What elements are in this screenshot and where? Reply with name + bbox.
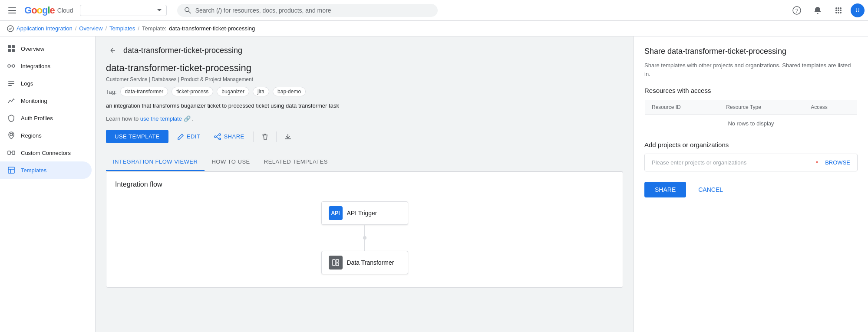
learn-how-text: Learn how to xyxy=(106,115,139,122)
col-resource-id: Resource ID xyxy=(645,100,719,115)
sidebar-label-overview: Overview xyxy=(21,46,44,52)
sidebar-item-overview[interactable]: Overview xyxy=(0,40,92,57)
svg-point-27 xyxy=(10,133,13,136)
back-button[interactable] xyxy=(106,43,120,57)
svg-rect-0 xyxy=(8,7,16,8)
flow-node-data-transformer: Data Transformer xyxy=(321,251,408,274)
flow-node-api-trigger: API API Trigger xyxy=(321,201,408,225)
share-actions: SHARE CANCEL xyxy=(644,182,858,197)
svg-rect-1 xyxy=(8,10,16,11)
breadcrumb-sep-2: / xyxy=(105,25,107,32)
sidebar-item-integrations[interactable]: Integrations xyxy=(0,57,92,75)
delete-button[interactable] xyxy=(257,129,273,145)
sidebar-label-regions: Regions xyxy=(21,132,42,139)
data-transformer-icon xyxy=(329,256,343,270)
monitoring-icon xyxy=(7,96,16,105)
breadcrumb-template-name: data-transformer-ticket-processing xyxy=(169,25,255,32)
menu-icon[interactable] xyxy=(3,2,21,19)
back-arrow-icon xyxy=(109,46,117,55)
breadcrumb-app-integration[interactable]: Application Integration xyxy=(17,25,73,32)
svg-line-37 xyxy=(216,135,219,137)
share-panel-title: Share data-transformer-ticket-processing xyxy=(644,47,858,56)
sidebar-item-templates[interactable]: Templates xyxy=(0,161,92,179)
resources-table: Resource ID Resource Type Access No rows… xyxy=(644,99,858,132)
sidebar-label-logs: Logs xyxy=(21,80,33,87)
svg-rect-40 xyxy=(333,260,335,266)
share-panel-description: Share templates with other projects and … xyxy=(644,61,858,78)
sidebar-item-logs[interactable]: Logs xyxy=(0,75,92,92)
projects-input[interactable] xyxy=(645,154,815,171)
action-divider xyxy=(253,131,254,142)
svg-point-13 xyxy=(835,12,837,13)
project-selector[interactable] xyxy=(80,5,167,16)
tab-integration-flow-viewer[interactable]: INTEGRATION FLOW VIEWER xyxy=(106,153,205,171)
add-title: Add projects or organizations xyxy=(644,141,858,148)
breadcrumb-template-label: Template: xyxy=(142,25,166,32)
svg-point-14 xyxy=(838,12,839,13)
sidebar-item-monitoring[interactable]: Monitoring xyxy=(0,92,92,109)
table-row-empty: No rows to display xyxy=(645,115,858,132)
search-input[interactable] xyxy=(195,7,431,14)
download-icon xyxy=(284,133,292,141)
sidebar-item-custom-connectors[interactable]: Custom Connectors xyxy=(0,144,92,161)
cancel-button[interactable]: CANCEL xyxy=(691,182,730,197)
svg-point-21 xyxy=(8,65,10,67)
tag-chip-3[interactable]: jira xyxy=(253,87,269,96)
resources-section: Resources with access Resource ID Resour… xyxy=(644,87,858,132)
app-icon xyxy=(7,25,14,32)
svg-text:?: ? xyxy=(795,8,799,14)
flow-title: Integration flow xyxy=(115,181,614,188)
share-submit-button[interactable]: SHARE xyxy=(644,182,686,197)
learn-row: Learn how to use the template 🔗 . xyxy=(106,115,623,122)
template-name-header: data-transformer-ticket-processing xyxy=(123,46,242,55)
flow-area: Integration flow API API Trigger Data Tr… xyxy=(106,171,623,288)
tag-chip-0[interactable]: data-transformer xyxy=(120,87,168,96)
tag-chip-2[interactable]: buganizer xyxy=(217,87,249,96)
svg-rect-28 xyxy=(8,151,10,154)
avatar[interactable]: U xyxy=(851,3,865,17)
chevron-down-icon xyxy=(156,7,163,14)
svg-rect-17 xyxy=(8,45,11,48)
breadcrumb-templates[interactable]: Templates xyxy=(109,25,135,32)
tag-chip-1[interactable]: ticket-process xyxy=(172,87,213,96)
breadcrumb-overview[interactable]: Overview xyxy=(79,25,102,32)
back-row: data-transformer-ticket-processing xyxy=(106,43,623,57)
svg-point-22 xyxy=(12,65,15,67)
notifications-icon[interactable] xyxy=(809,2,826,19)
grid-icon xyxy=(7,44,16,53)
help-icon[interactable]: ? xyxy=(788,2,805,19)
google-cloud-logo: Google Cloud xyxy=(24,5,73,16)
svg-point-36 xyxy=(215,136,216,138)
tag-chip-4[interactable]: bap-demo xyxy=(273,87,306,96)
sidebar-item-regions[interactable]: Regions xyxy=(0,127,92,144)
logs-icon xyxy=(7,79,16,88)
google-g-icon: Google xyxy=(24,5,55,16)
col-resource-type: Resource Type xyxy=(719,100,804,115)
add-projects-section: Add projects or organizations * BROWSE xyxy=(644,141,858,171)
svg-point-10 xyxy=(835,10,837,11)
sidebar-item-auth-profiles[interactable]: Auth Profiles xyxy=(0,109,92,127)
search-icon xyxy=(184,7,191,14)
share-icon xyxy=(214,133,221,140)
share-button[interactable]: SHARE xyxy=(209,130,249,144)
sidebar-label-integrations: Integrations xyxy=(21,63,50,69)
apps-icon[interactable] xyxy=(830,2,847,19)
template-description: an integration that transforms buganizer… xyxy=(106,102,623,110)
edit-button[interactable]: EDIT xyxy=(172,130,206,144)
tab-related-templates[interactable]: RELATED TEMPLATES xyxy=(257,153,335,171)
use-template-button[interactable]: USE TEMPLATE xyxy=(106,130,168,143)
tab-how-to-use[interactable]: HOW TO USE xyxy=(205,153,257,171)
api-trigger-icon: API xyxy=(329,206,343,220)
svg-point-3 xyxy=(185,7,189,12)
svg-rect-24 xyxy=(8,81,14,82)
svg-point-9 xyxy=(840,7,842,9)
topbar-right: ? U xyxy=(788,2,865,19)
template-title: data-transformer-ticket-processing xyxy=(106,62,623,74)
api-trigger-label: API Trigger xyxy=(347,210,377,217)
resources-title: Resources with access xyxy=(644,87,858,94)
template-icon xyxy=(7,166,16,174)
browse-button[interactable]: BROWSE xyxy=(818,154,857,171)
download-button[interactable] xyxy=(280,129,296,145)
use-template-link[interactable]: use the template xyxy=(140,115,182,122)
add-input-row: * BROWSE xyxy=(644,154,858,171)
